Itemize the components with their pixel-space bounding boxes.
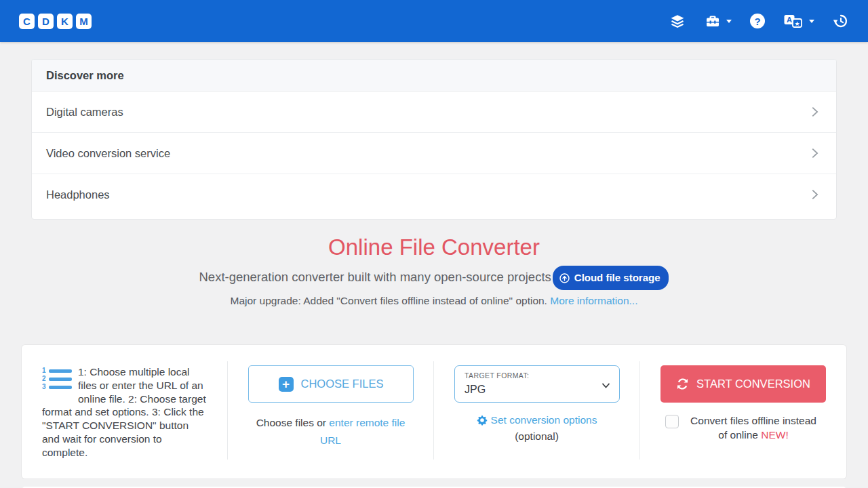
logo-letter: D [38,14,54,29]
hero: Online File Converter Next-generation co… [0,235,868,308]
converter-card: 1 2 3 1: Choose multiple local files or … [22,345,846,479]
chevron-right-icon [807,146,822,161]
hero-subtitle: Next-generation converter built with man… [0,266,868,290]
target-format-value: JPG [465,384,610,396]
svg-text:A: A [787,16,792,24]
discover-item-headphones[interactable]: Headphones [32,174,836,215]
list-item-label: Digital cameras [46,106,123,119]
gear-icon [477,415,488,426]
subtitle-text: Next-generation converter built with man… [199,270,551,284]
translate-icon: A ★ [783,13,804,29]
start-conversion-column: START CONVERSION Convert files offline i… [640,361,846,460]
chevron-right-icon [807,104,822,119]
cloud-storage-badge[interactable]: Cloud file storage [553,266,669,290]
navbar: C D K M ? [0,0,868,42]
list-item-label: Headphones [46,188,110,201]
target-format-label: TARGET FORMAT: [465,371,610,380]
plus-icon: + [279,377,294,392]
toolbox-menu[interactable] [704,13,732,29]
toolbox-icon [704,13,722,29]
layers-icon[interactable] [669,13,686,29]
site-logo[interactable]: C D K M [19,14,92,29]
discover-more-title: Discover more [32,60,836,92]
upgrade-text: Major upgrade: Added "Convert files offl… [231,295,547,306]
remote-url-link[interactable]: enter remote file URL [320,417,405,446]
upload-circle-icon [559,272,570,284]
more-information-link[interactable]: More information... [550,295,637,306]
instructions-column: 1 2 3 1: Choose multiple local files or … [22,361,228,460]
chevron-down-icon [601,382,611,390]
instructions-text-block: 1 2 3 1: Choose multiple local files or … [42,365,207,460]
chevron-right-icon [807,187,822,202]
optional-label: (optional) [454,430,619,443]
conversion-options-row: Set conversion options [454,414,619,426]
discover-item-digital-cameras[interactable]: Digital cameras [32,92,836,133]
history-icon[interactable] [833,13,849,29]
start-conversion-button[interactable]: START CONVERSION [660,365,826,403]
question-glyph: ? [750,14,765,28]
offline-checkbox[interactable] [665,415,679,428]
logo-letter: C [19,14,35,29]
list-item-label: Video conversion service [46,147,170,160]
logo-letter: K [57,14,73,29]
help-icon[interactable]: ? [750,14,765,28]
upgrade-notice: Major upgrade: Added "Convert files offl… [0,294,868,308]
offline-label-text: Convert files offline instead of online [690,415,816,441]
svg-text:★: ★ [794,20,800,27]
sync-icon [676,378,689,390]
choose-files-label: CHOOSE FILES [301,378,384,390]
offline-label: Convert files offline instead of online … [686,413,821,442]
start-conversion-label: START CONVERSION [696,378,810,390]
caption-text: Choose files or [256,417,330,428]
choose-files-button[interactable]: + CHOOSE FILES [248,365,414,403]
target-format-select[interactable]: TARGET FORMAT: JPG [454,365,620,403]
set-conversion-options-link[interactable]: Set conversion options [491,414,597,426]
discover-more-panel: Discover more Digital cameras Video conv… [31,59,837,220]
numbered-list-icon: 1 2 3 [42,368,72,392]
choose-files-column: + CHOOSE FILES Choose files or enter rem… [228,361,434,460]
offline-option-row: Convert files offline instead of online … [660,413,826,442]
discover-item-video-conversion[interactable]: Video conversion service [32,133,836,174]
target-format-column: TARGET FORMAT: JPG Set conversion option… [434,361,640,460]
caret-down-icon [726,20,732,23]
page: C D K M ? [0,0,868,488]
page-title: Online File Converter [0,235,868,260]
new-badge: NEW! [761,429,788,441]
badge-label: Cloud file storage [574,268,660,287]
caret-down-icon [809,20,814,23]
choose-files-caption: Choose files or enter remote file URL [248,414,413,449]
navbar-icons: ? A ★ [669,13,849,29]
translate-menu[interactable]: A ★ [783,13,814,29]
logo-letter: M [76,14,92,29]
